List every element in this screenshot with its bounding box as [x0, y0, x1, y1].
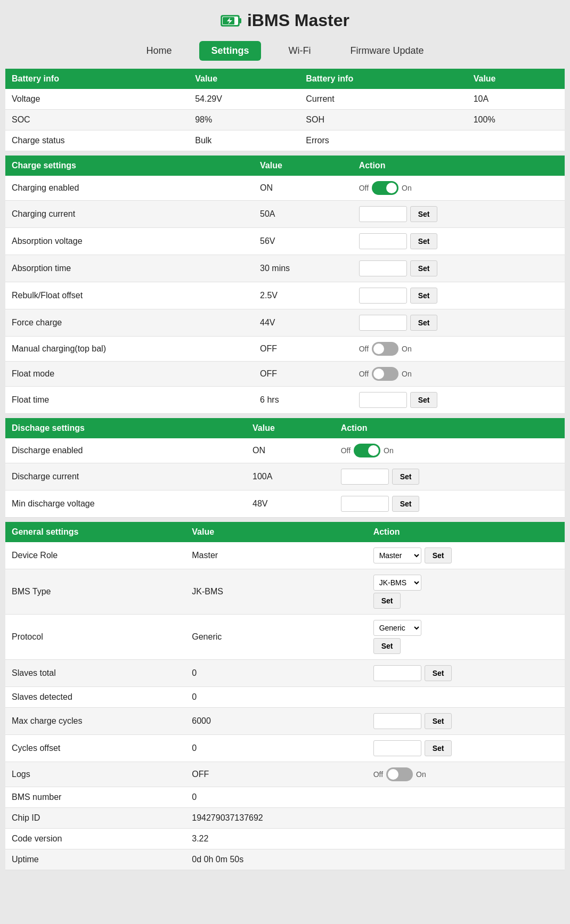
table-row: Protocol Generic Generic Other Set — [5, 615, 565, 660]
label-max-charge-cycles: Max charge cycles — [5, 708, 185, 735]
slaves-total-input[interactable] — [373, 665, 421, 681]
device-role-select[interactable]: Master Slave — [373, 547, 421, 563]
absorption-time-input[interactable] — [359, 260, 407, 276]
action-rebulk-float-offset: Set — [353, 282, 565, 309]
discharge-current-input[interactable] — [341, 469, 389, 485]
table-row: Force charge 44V Set — [5, 309, 565, 337]
table-row: Min discharge voltage 48V Set — [5, 490, 565, 518]
label-current: Current — [299, 89, 467, 110]
off-label-discharge: Off — [341, 446, 351, 455]
table-row: Device Role Master Master Slave Set — [5, 542, 565, 569]
float-mode-toggle[interactable] — [372, 367, 398, 381]
on-label-logs: On — [416, 770, 426, 779]
logs-toggle[interactable] — [386, 767, 413, 781]
absorption-time-set-button[interactable]: Set — [410, 260, 438, 276]
col-value-2: Value — [467, 69, 565, 89]
battery-info-header: Battery info Value Battery info Value — [5, 69, 565, 89]
table-row: Voltage 54.29V Current 10A — [5, 89, 565, 110]
col-general-value: Value — [185, 522, 367, 542]
value-soh: 100% — [467, 110, 565, 130]
action-code-version — [367, 829, 565, 849]
battery-icon — [221, 14, 242, 28]
label-discharge-enabled: Discharge enabled — [5, 438, 246, 463]
label-charging-enabled: Charging enabled — [5, 176, 254, 201]
action-slaves-total: Set — [367, 660, 565, 687]
value-cycles-offset: 0 — [185, 735, 367, 762]
value-bms-type: JK-BMS — [185, 569, 367, 615]
min-discharge-voltage-input[interactable] — [341, 496, 389, 512]
nav-wifi[interactable]: Wi-Fi — [277, 41, 323, 61]
nav-firmware[interactable]: Firmware Update — [338, 41, 435, 61]
charge-settings-table: Charge settings Value Action Charging en… — [5, 156, 565, 414]
on-label-discharge: On — [384, 446, 394, 455]
off-label-manual: Off — [359, 345, 369, 353]
app-header: iBMS Master — [0, 0, 570, 36]
general-settings-table: General settings Value Action Device Rol… — [5, 522, 565, 870]
label-errors: Errors — [299, 130, 467, 151]
charging-enabled-toggle[interactable] — [372, 181, 398, 195]
force-charge-input[interactable] — [359, 315, 407, 331]
label-code-version: Code version — [5, 829, 185, 849]
value-bms-number: 0 — [185, 787, 367, 808]
action-slaves-detected — [367, 687, 565, 708]
label-slaves-total: Slaves total — [5, 660, 185, 687]
absorption-voltage-input[interactable] — [359, 233, 407, 249]
col-discharge-settings: Dischage settings — [5, 418, 246, 438]
rebulk-float-offset-input[interactable] — [359, 288, 407, 304]
action-force-charge: Set — [353, 309, 565, 337]
label-force-charge: Force charge — [5, 309, 254, 337]
action-charging-current: Set — [353, 201, 565, 228]
max-charge-cycles-input[interactable] — [373, 713, 421, 729]
value-logs: OFF — [185, 762, 367, 787]
protocol-set-button[interactable]: Set — [373, 638, 401, 654]
label-slaves-detected: Slaves detected — [5, 687, 185, 708]
absorption-voltage-set-button[interactable]: Set — [410, 233, 438, 249]
bms-type-set-button[interactable]: Set — [373, 593, 401, 609]
label-bms-type: BMS Type — [5, 569, 185, 615]
label-uptime: Uptime — [5, 849, 185, 870]
col-battery-info-1: Battery info — [5, 69, 189, 89]
slaves-total-set-button[interactable]: Set — [425, 665, 452, 681]
value-max-charge-cycles: 6000 — [185, 708, 367, 735]
force-charge-set-button[interactable]: Set — [410, 315, 438, 331]
action-manual-charging: Off On — [353, 337, 565, 362]
action-absorption-voltage: Set — [353, 228, 565, 255]
cycles-offset-input[interactable] — [373, 740, 421, 756]
value-absorption-time: 30 mins — [254, 255, 353, 282]
charging-current-input[interactable] — [359, 206, 407, 222]
label-manual-charging: Manual charging(top bal) — [5, 337, 254, 362]
label-bms-number: BMS number — [5, 787, 185, 808]
label-rebulk-float-offset: Rebulk/Float offset — [5, 282, 254, 309]
value-discharge-current: 100A — [246, 463, 335, 490]
float-time-input[interactable] — [359, 392, 407, 408]
battery-info-section: Battery info Value Battery info Value Vo… — [5, 69, 565, 151]
cycles-offset-set-button[interactable]: Set — [425, 740, 452, 756]
device-role-set-button[interactable]: Set — [425, 547, 452, 563]
discharge-current-set-button[interactable]: Set — [392, 469, 420, 485]
svg-rect-1 — [239, 18, 241, 23]
charging-current-set-button[interactable]: Set — [410, 206, 438, 222]
bms-type-select[interactable]: JK-BMS Other — [373, 575, 421, 591]
nav-home[interactable]: Home — [134, 41, 183, 61]
action-max-charge-cycles: Set — [367, 708, 565, 735]
col-general-action: Action — [367, 522, 565, 542]
general-settings-header: General settings Value Action — [5, 522, 565, 542]
charge-settings-section: Charge settings Value Action Charging en… — [5, 156, 565, 414]
battery-info-table: Battery info Value Battery info Value Vo… — [5, 69, 565, 151]
value-code-version: 3.22 — [185, 829, 367, 849]
max-charge-cycles-set-button[interactable]: Set — [425, 713, 452, 729]
nav-settings[interactable]: Settings — [199, 41, 260, 61]
label-discharge-current: Discharge current — [5, 463, 246, 490]
label-logs: Logs — [5, 762, 185, 787]
rebulk-float-offset-set-button[interactable]: Set — [410, 288, 438, 304]
table-row: Uptime 0d 0h 0m 50s — [5, 849, 565, 870]
manual-charging-toggle[interactable] — [372, 342, 398, 356]
col-battery-info-2: Battery info — [299, 69, 467, 89]
float-time-set-button[interactable]: Set — [410, 392, 438, 408]
min-discharge-voltage-set-button[interactable]: Set — [392, 496, 420, 512]
action-discharge-enabled: Off On — [335, 438, 565, 463]
discharge-enabled-toggle[interactable] — [354, 444, 380, 457]
main-content: Battery info Value Battery info Value Vo… — [0, 69, 570, 881]
action-cycles-offset: Set — [367, 735, 565, 762]
protocol-select[interactable]: Generic Other — [373, 620, 421, 636]
